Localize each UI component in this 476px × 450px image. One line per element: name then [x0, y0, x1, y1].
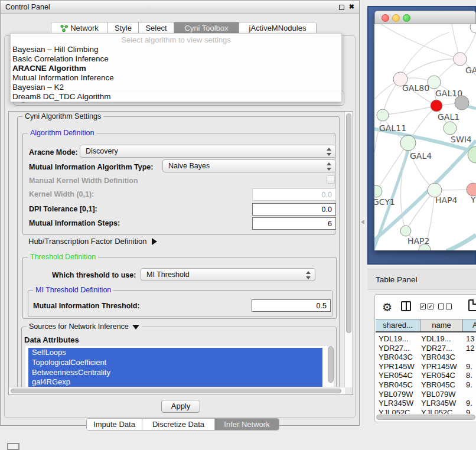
table-row[interactable]: YDR27...YDR27...12 [376, 344, 476, 353]
aracne-mode-select[interactable]: Discovery [80, 145, 336, 158]
network-node[interactable] [400, 226, 411, 236]
minimized-panel-icon[interactable] [7, 443, 19, 450]
tab-label: Select [145, 22, 167, 34]
algorithm-dropdown[interactable]: Select algorithm to view settings Bayesi… [10, 33, 342, 102]
network-node[interactable] [467, 183, 476, 196]
attribute-item[interactable]: BetweennessCentrality [28, 368, 322, 378]
list-scrollbar[interactable] [328, 346, 334, 383]
attribute-item[interactable]: SelfLoops [28, 348, 322, 358]
mi-threshold-field[interactable]: 0.5 [252, 299, 331, 312]
network-edge[interactable] [381, 24, 460, 59]
expand-arrow-icon [152, 238, 157, 245]
table-cell: 9. [466, 408, 472, 414]
mi-algorithm-type-select[interactable]: Naive Bayes [162, 159, 336, 172]
network-node[interactable] [444, 122, 457, 135]
tab-network[interactable]: Network [51, 22, 107, 34]
aracne-mode-label: Aracne Mode: [29, 148, 78, 156]
tab-label: jActiveMNodules [249, 22, 307, 34]
unchecked-checkbox-icon-2[interactable] [446, 304, 452, 309]
manual-kernel-width-label: Manual Kernel Width Definition [29, 177, 138, 185]
column-header[interactable]: name [420, 319, 463, 331]
hub-definition-toggle[interactable]: Hub/Transcription Factor Definition [28, 237, 157, 246]
mi-steps-field[interactable]: 6 [252, 217, 336, 230]
columns-icon[interactable] [401, 301, 411, 311]
table-cell: 9. [466, 362, 472, 371]
network-node[interactable] [431, 100, 442, 112]
node-label: Y [470, 195, 476, 204]
gear-icon[interactable]: ⚙ [382, 301, 392, 314]
table-panel-titlebar[interactable]: Table Panel [367, 269, 476, 290]
checked-checkbox-icon-1[interactable]: ✓ [420, 304, 426, 309]
tab-discretize-data[interactable]: Discretize Data [142, 419, 214, 430]
dpi-tolerance-field[interactable]: 0.0 [252, 203, 336, 216]
table-row[interactable]: YPR145WYPR145W9. [376, 362, 476, 371]
table-cell: 12 [466, 344, 474, 353]
apply-button[interactable]: Apply [161, 400, 200, 413]
network-node[interactable] [377, 109, 389, 121]
table-row[interactable]: YLR345WYLR345W9. [376, 399, 476, 408]
network-node[interactable] [374, 185, 382, 197]
network-node[interactable] [454, 53, 467, 66]
attribute-item[interactable]: gal4RGexp [28, 377, 322, 387]
dropdown-item[interactable]: Bayesian – K2 [12, 83, 64, 92]
table-horizontal-scrollbar[interactable] [376, 414, 475, 420]
table-row[interactable]: YJL052CYJL052C9. [376, 408, 476, 414]
kernel-width-field[interactable]: 0.0 [252, 188, 336, 201]
table-row[interactable]: YBR043CYBR043C [376, 353, 476, 362]
table-row[interactable]: YBL079WYBL079W [376, 390, 476, 399]
which-threshold-select[interactable]: MI Threshold [141, 268, 315, 281]
mi-steps-label: Mutual Information Steps: [29, 219, 120, 227]
horizontal-scrollbar[interactable] [9, 387, 345, 394]
network-node[interactable] [428, 76, 441, 89]
attribute-item[interactable]: TopologicalCoefficient [28, 358, 322, 368]
network-edge[interactable] [408, 143, 435, 190]
table-cell: YBR043C [379, 353, 413, 361]
table-panel-title: Table Panel [376, 275, 418, 284]
tab-label: Impute Data [93, 419, 135, 430]
node-label: HAP4 [435, 195, 458, 205]
tab-jactivemnodules[interactable]: jActiveMNodules [239, 22, 316, 34]
close-icon[interactable]: ✖ [349, 3, 354, 11]
table-row[interactable]: YDL19...YDL19...13 [376, 334, 476, 344]
network-edge-thick[interactable] [446, 235, 476, 250]
network-node[interactable] [400, 135, 416, 151]
checked-checkbox-icon-2[interactable]: ✓ [428, 304, 433, 309]
table-row[interactable]: YBR045CYBR045C9. [376, 380, 476, 390]
network-node[interactable] [470, 24, 476, 33]
column-header[interactable]: shared... [376, 319, 420, 331]
dropdown-item[interactable]: Mutual Information Inference [12, 73, 114, 83]
close-traffic-icon[interactable] [382, 14, 389, 22]
table-row[interactable]: YER054CYER054C8. [376, 371, 476, 380]
kernel-width-label: Kernel Width (0,1): [29, 190, 94, 198]
splitter-collapse-icon[interactable] [361, 220, 364, 224]
tab-label: Style [115, 22, 132, 34]
network-window-titlebar[interactable] [374, 11, 476, 24]
dropdown-item[interactable]: ARACNE Algorithm [12, 64, 86, 73]
node-label: HAP2 [407, 236, 429, 246]
column-header[interactable]: A [463, 319, 476, 331]
unchecked-checkbox-icon-1[interactable] [438, 304, 444, 309]
node-label: GAL10 [435, 89, 462, 98]
dropdown-item[interactable]: Bayesian – Hill Climbing [12, 45, 99, 54]
tab-select[interactable]: Select [138, 22, 174, 34]
network-canvas[interactable]: GALGAL80GAL10GAL1GAL11SWI4GAL4GCY1HAP4YH… [374, 24, 476, 250]
float-window-icon[interactable] [339, 5, 344, 10]
manual-kernel-width-checkbox[interactable] [327, 175, 335, 184]
table-cell: YJL052C [379, 408, 410, 414]
tab-cyni-toolbox[interactable]: Cyni Toolbox [174, 22, 239, 34]
control-panel-titlebar[interactable]: Control Panel ✖ [1, 1, 359, 14]
table-cell: YLR345W [379, 399, 413, 407]
tab-style[interactable]: Style [107, 22, 138, 34]
zoom-traffic-icon[interactable] [403, 14, 410, 22]
file-icon[interactable] [468, 299, 476, 311]
table-cell: YBR045C [379, 380, 413, 389]
tab-impute-data[interactable]: Impute Data [87, 419, 142, 430]
dropdown-item[interactable]: Dream8 DC_TDC Algorithm [12, 92, 111, 102]
threshold-definition-group: Threshold Definition Which threshold to … [22, 257, 337, 319]
vertical-scrollbar[interactable] [344, 112, 353, 387]
dropdown-item[interactable]: Basic Correlation Inference [12, 54, 109, 64]
data-attributes-list[interactable]: SelfLoopsTopologicalCoefficientBetweenne… [25, 346, 334, 387]
tab-infer-network[interactable]: Infer Network [214, 419, 279, 430]
minimize-traffic-icon[interactable] [392, 14, 400, 22]
sources-title[interactable]: Sources for Network Inference [27, 322, 142, 331]
